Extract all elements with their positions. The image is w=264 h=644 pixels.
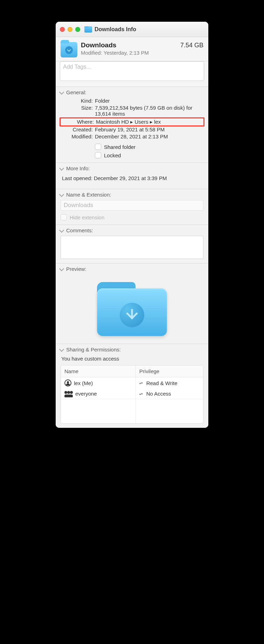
size-label: Size: xyxy=(61,105,93,117)
shared-folder-label: Shared folder xyxy=(104,144,136,150)
name-extension-section: Name & Extension: Hide extension xyxy=(56,189,208,225)
general-header-label: General: xyxy=(66,89,86,95)
locked-label: Locked xyxy=(104,152,121,158)
comments-textarea[interactable] xyxy=(61,236,203,259)
close-window-button[interactable] xyxy=(60,27,65,32)
name-input[interactable] xyxy=(61,200,203,211)
created-label: Created: xyxy=(61,126,93,132)
where-row-highlighted: Where: Macintosh HD ▸ Users ▸ lex xyxy=(60,117,204,126)
perm-name: lex (Me) xyxy=(74,380,93,386)
item-summary: Downloads 7.54 GB Modified: Yesterday, 2… xyxy=(56,37,208,61)
more-info-header-label: More Info: xyxy=(66,165,90,171)
general-disclosure[interactable]: General: xyxy=(56,87,208,98)
shared-folder-checkbox[interactable] xyxy=(95,144,101,150)
sharing-header-label: Sharing & Permissions: xyxy=(66,347,121,352)
sharing-access-message: You have custom access xyxy=(61,355,203,365)
kind-label: Kind: xyxy=(61,98,93,104)
user-icon xyxy=(64,379,71,386)
item-size: 7.54 GB xyxy=(180,42,203,49)
downloads-folder-icon xyxy=(84,26,92,33)
minimize-window-button[interactable] xyxy=(68,27,72,32)
modified-label: Modified: xyxy=(81,50,102,56)
hide-extension-checkbox xyxy=(61,214,67,220)
chevron-down-icon xyxy=(59,89,64,94)
info-window: Downloads Info Downloads 7.54 GB Modifie… xyxy=(56,22,208,428)
preview-disclosure[interactable]: Preview: xyxy=(56,263,208,274)
hide-extension-label: Hide extension xyxy=(70,214,104,220)
general-section: General: Kind: Folder Size: 7,539,212,53… xyxy=(56,87,208,163)
comments-disclosure[interactable]: Comments: xyxy=(56,225,208,236)
created-value: February 19, 2021 at 5:58 PM xyxy=(95,126,203,132)
modified-value-general: December 28, 2021 at 2:13 PM xyxy=(95,133,203,139)
size-value: 7,539,212,534 bytes (7.59 GB on disk) fo… xyxy=(95,105,203,117)
chevron-down-icon xyxy=(59,227,64,232)
chevron-down-icon xyxy=(59,347,64,351)
item-icon xyxy=(61,42,77,57)
sharing-section: Sharing & Permissions: You have custom a… xyxy=(56,344,208,428)
preview-downloads-folder-icon xyxy=(97,280,167,336)
stepper-icon[interactable]: ▴▾ xyxy=(139,382,143,384)
perm-privilege: Read & Write xyxy=(146,380,178,386)
where-label: Where: xyxy=(62,119,94,125)
chevron-down-icon xyxy=(59,266,64,271)
name-extension-disclosure[interactable]: Name & Extension: xyxy=(56,189,208,200)
tags-section xyxy=(56,61,208,87)
comments-header-label: Comments: xyxy=(66,227,93,233)
permissions-row[interactable]: everyone ▴▾ No Access xyxy=(61,389,203,399)
window-title: Downloads Info xyxy=(95,26,136,33)
locked-checkbox[interactable] xyxy=(95,152,101,158)
modified-value: Yesterday, 2:13 PM xyxy=(104,50,149,56)
group-icon xyxy=(64,391,73,397)
permissions-row[interactable]: lex (Me) ▴▾ Read & Write xyxy=(61,377,203,389)
chevron-down-icon xyxy=(59,192,64,197)
perm-privilege: No Access xyxy=(146,391,171,397)
permissions-col-privilege[interactable]: Privilege xyxy=(136,365,203,377)
item-modified: Modified: Yesterday, 2:13 PM xyxy=(81,50,203,56)
kind-value: Folder xyxy=(95,98,203,104)
window-controls xyxy=(60,27,80,32)
last-opened-value: December 29, 2021 at 3:39 PM xyxy=(94,175,167,181)
name-extension-header-label: Name & Extension: xyxy=(66,192,111,198)
where-value: Macintosh HD ▸ Users ▸ lex xyxy=(96,119,202,125)
more-info-section: More Info: Last opened: December 29, 202… xyxy=(56,163,208,189)
preview-section: Preview: xyxy=(56,263,208,344)
chevron-down-icon xyxy=(59,165,64,170)
comments-section: Comments: xyxy=(56,225,208,263)
permissions-col-name[interactable]: Name xyxy=(61,365,136,377)
permissions-empty-rows xyxy=(61,399,203,423)
perm-name: everyone xyxy=(75,391,97,397)
item-name: Downloads xyxy=(81,41,116,49)
preview-header-label: Preview: xyxy=(66,266,86,272)
sharing-disclosure[interactable]: Sharing & Permissions: xyxy=(56,344,208,355)
titlebar: Downloads Info xyxy=(56,22,208,37)
zoom-window-button[interactable] xyxy=(75,27,80,32)
stepper-icon[interactable]: ▴▾ xyxy=(139,393,143,395)
permissions-table: Name Privilege lex (Me) ▴▾ Read & Write xyxy=(61,365,203,424)
tags-input[interactable] xyxy=(60,61,204,81)
more-info-disclosure[interactable]: More Info: xyxy=(56,163,208,174)
last-opened-label: Last opened: xyxy=(62,175,92,181)
modified-label-general: Modified: xyxy=(61,133,93,139)
